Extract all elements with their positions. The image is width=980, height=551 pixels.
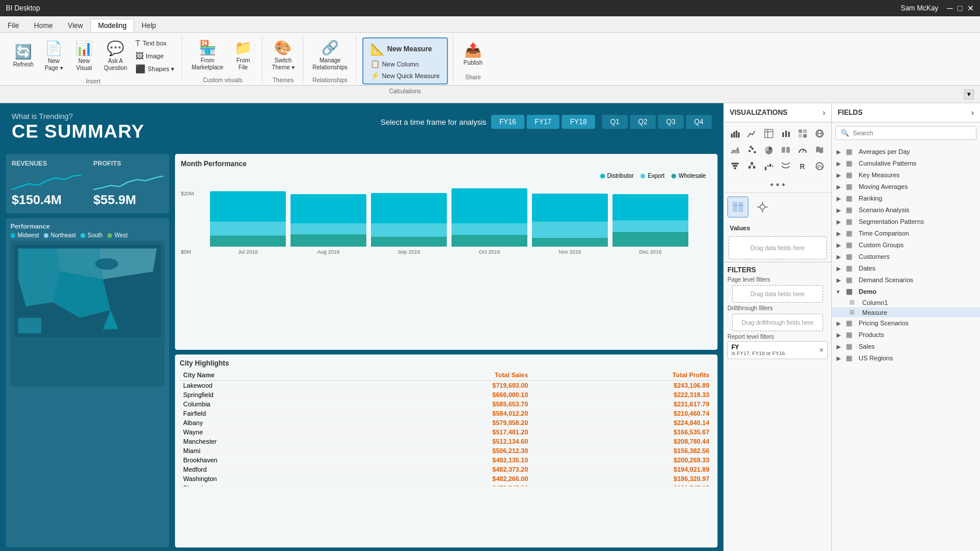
viz-icon-scatter[interactable]: [744, 142, 760, 157]
close-btn[interactable]: ✕: [967, 3, 974, 13]
field-group-scenario-analysis[interactable]: ▶ ▦ Scenario Analysis: [832, 204, 980, 216]
field-group-custom-groups[interactable]: ▶ ▦ Custom Groups: [832, 239, 980, 251]
fy18-button[interactable]: FY18: [562, 115, 595, 129]
fy17-button[interactable]: FY17: [527, 115, 560, 129]
shapes-button[interactable]: ⬛ Shapes ▾: [133, 63, 177, 75]
field-item-measure[interactable]: ⊞ Measure: [832, 307, 980, 317]
from-marketplace-button[interactable]: 🏪 FromMarketplace: [188, 37, 226, 73]
ribbon: File Home View Modeling Help 🔄 Refresh 📄…: [0, 16, 980, 86]
svg-rect-12: [788, 132, 790, 137]
viz-format-icon[interactable]: [752, 196, 773, 217]
tab-help[interactable]: Help: [134, 19, 164, 32]
new-visual-button[interactable]: 📊 NewVisual: [70, 38, 98, 74]
field-arrow: ▶: [836, 207, 842, 213]
new-quick-measure-button[interactable]: ⚡ New Quick Measure: [368, 70, 442, 81]
field-group-averages-per-day[interactable]: ▶ ▦ Averages per Day: [832, 146, 980, 157]
bar-distributor-nov: [532, 194, 608, 222]
viz-icon-filled-map[interactable]: [812, 142, 827, 157]
field-group-customers[interactable]: ▶ ▦ Customers: [832, 251, 980, 262]
filter-value: is FY17, FY18 or FY16: [732, 350, 785, 356]
new-measure-button[interactable]: 📐 New Measure 📋 New Column ⚡ New Quick M…: [362, 37, 448, 85]
field-group-demand-scenarios[interactable]: ▶ ▦ Demand Scenarios: [832, 274, 980, 286]
image-button[interactable]: 🖼 Image: [133, 50, 177, 62]
field-item-name: Column1: [862, 299, 888, 306]
search-input[interactable]: [853, 129, 971, 136]
drillthrough-drag[interactable]: Drag drillthrough fields here: [732, 314, 823, 331]
field-group-cumulative-patterns[interactable]: ▶ ▦ Cumulative Patterns: [832, 157, 980, 169]
viz-icon-pie[interactable]: [761, 142, 776, 157]
viz-icon-cards[interactable]: [778, 142, 793, 157]
minimize-btn[interactable]: ─: [947, 3, 953, 13]
publish-button[interactable]: 📤 Publish: [459, 40, 487, 69]
ribbon-group-insert: 🔄 Refresh 📄 NewPage ▾ 📊 NewVisual 💬 Ask …: [5, 35, 182, 83]
q1-button[interactable]: Q1: [602, 115, 628, 129]
q4-button[interactable]: Q4: [686, 115, 712, 129]
field-arrow: ▶: [836, 343, 842, 350]
field-group-segmentation-patterns[interactable]: ▶ ▦ Segmentation Patterns: [832, 216, 980, 227]
window-controls[interactable]: ─ □ ✕: [947, 3, 974, 13]
manage-relationships-button[interactable]: 🔗 ManageRelationships: [309, 37, 351, 73]
viz-icon-python[interactable]: Py: [812, 159, 827, 174]
fields-list: ▶ ▦ Averages per Day ▶ ▦ Cumulative Patt…: [832, 143, 980, 551]
tab-file[interactable]: File: [0, 19, 26, 32]
field-arrow: ▶: [836, 265, 842, 272]
viz-more-dots[interactable]: • • •: [724, 177, 831, 192]
fy16-button[interactable]: FY16: [491, 115, 524, 129]
tab-home[interactable]: Home: [26, 19, 60, 32]
new-column-button[interactable]: 📋 New Column: [368, 58, 442, 69]
field-group-products[interactable]: ▶ ▦ Products: [832, 329, 980, 341]
viz-icon-bar[interactable]: [727, 126, 743, 141]
text-box-button[interactable]: T Text box: [133, 37, 177, 49]
field-group-moving-averages[interactable]: ▶ ▦ Moving Averages: [832, 181, 980, 192]
field-item-column1[interactable]: ⊞ Column1: [832, 297, 980, 307]
visualizations-chevron[interactable]: ›: [822, 108, 825, 117]
viz-icon-funnel[interactable]: [727, 159, 743, 174]
q2-button[interactable]: Q2: [630, 115, 656, 129]
field-group-time-comparison[interactable]: ▶ ▦ Time Comparison: [832, 227, 980, 239]
field-group-name: Key Measures: [859, 171, 975, 178]
tab-modeling[interactable]: Modeling: [90, 19, 134, 32]
page-level-drag[interactable]: Drag data fields here: [732, 285, 823, 303]
tab-view[interactable]: View: [60, 19, 90, 32]
viz-icon-table[interactable]: [761, 126, 776, 141]
values-drag-area[interactable]: Drag data fields here: [729, 236, 827, 259]
svg-rect-13: [799, 129, 802, 133]
fields-chevron[interactable]: ›: [971, 108, 974, 117]
field-table-icon: ▦: [846, 206, 855, 214]
ask-question-button[interactable]: 💬 Ask AQuestion: [100, 38, 131, 74]
svg-rect-35: [765, 167, 766, 170]
switch-theme-button[interactable]: 🎨 SwitchTheme ▾: [268, 37, 298, 73]
filter-close-icon[interactable]: ✕: [819, 347, 824, 353]
viz-icon-map[interactable]: [812, 126, 827, 141]
q3-button[interactable]: Q3: [658, 115, 684, 129]
from-file-button[interactable]: 📁 FromFile: [229, 37, 257, 73]
field-group-us-regions[interactable]: ▶ ▦ US Regions: [832, 352, 980, 364]
viz-icon-matrix[interactable]: [795, 126, 810, 141]
viz-icon-decomp[interactable]: [744, 159, 760, 174]
viz-icon-line[interactable]: [744, 126, 760, 141]
city-profits: $186,320.97: [531, 474, 713, 483]
field-group-pricing-scenarios[interactable]: ▶ ▦ Pricing Scenarios: [832, 317, 980, 329]
refresh-button[interactable]: 🔄 Refresh: [9, 41, 37, 71]
field-arrow: ▶: [836, 277, 842, 283]
viz-icon-waterfall[interactable]: [761, 159, 776, 174]
viz-icon-ribbon[interactable]: [778, 159, 793, 174]
viz-icon-column[interactable]: [778, 126, 793, 141]
page-level-label: Page level filters: [727, 276, 828, 283]
legend-west: West: [107, 232, 128, 238]
field-group-sales[interactable]: ▶ ▦ Sales: [832, 341, 980, 352]
maximize-btn[interactable]: □: [958, 3, 963, 13]
viz-icon-area[interactable]: [727, 142, 743, 157]
user-name: Sam McKay: [901, 4, 939, 12]
viz-fields-icon[interactable]: [727, 196, 748, 217]
new-page-button[interactable]: 📄 NewPage ▾: [40, 38, 68, 74]
viz-icon-r[interactable]: R: [795, 159, 810, 174]
field-group-key-measures[interactable]: ▶ ▦ Key Measures: [832, 169, 980, 181]
city-table-scroll[interactable]: City Name Total Sales Total Profits Lake…: [180, 370, 713, 486]
viz-icon-gauge[interactable]: [795, 142, 810, 157]
field-group-ranking[interactable]: ▶ ▦ Ranking: [832, 192, 980, 204]
field-group-demo[interactable]: ▾ ▦ Demo: [832, 286, 980, 297]
field-group-dates[interactable]: ▶ ▦ Dates: [832, 262, 980, 274]
collapse-button[interactable]: ▼: [964, 89, 974, 100]
report-level-label: Report level filters: [727, 334, 828, 340]
